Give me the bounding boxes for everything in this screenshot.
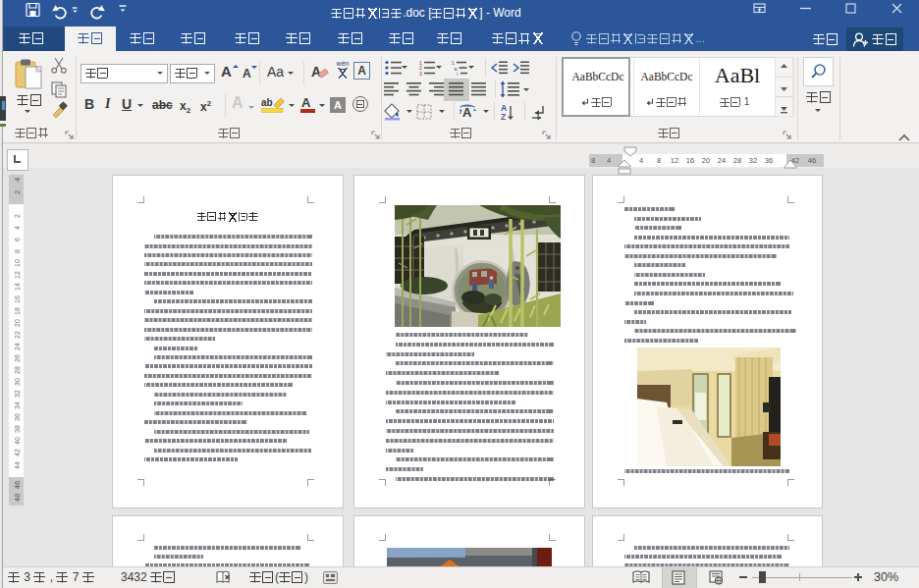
svg-text:A: A — [301, 95, 311, 110]
svg-text:A: A — [462, 105, 472, 120]
svg-text:i: i — [457, 71, 458, 76]
svg-text:ab: ab — [261, 97, 273, 108]
svg-text:Z: Z — [501, 112, 506, 122]
svg-text:A: A — [311, 64, 321, 80]
svg-text:3: 3 — [419, 71, 422, 77]
